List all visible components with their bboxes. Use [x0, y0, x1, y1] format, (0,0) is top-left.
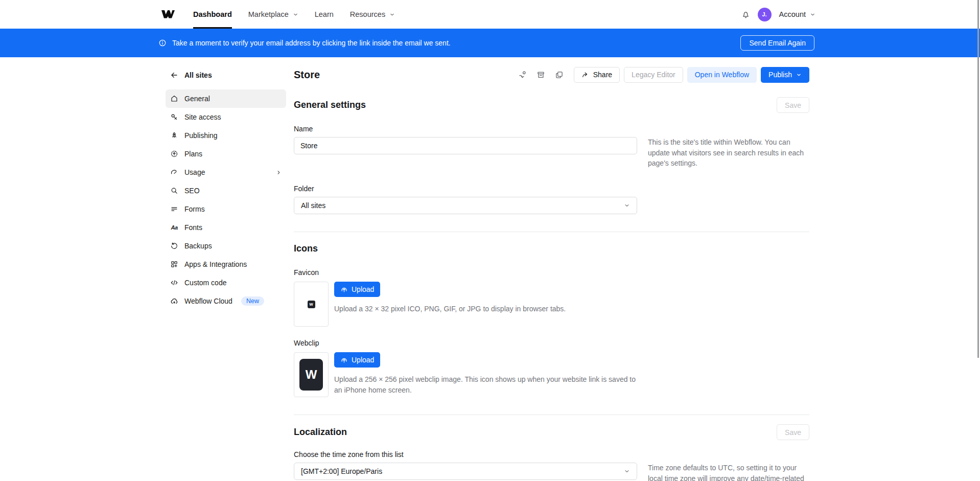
nav-tab-dashboard[interactable]: Dashboard [185, 0, 240, 29]
general-settings-header: General settings Save [294, 97, 809, 113]
transfer-site-icon[interactable] [516, 67, 530, 82]
legacy-editor-button[interactable]: Legacy Editor [624, 67, 683, 83]
sidebar-item-forms[interactable]: Forms [166, 200, 286, 218]
sidebar-item-label: Apps & Integrations [184, 260, 247, 268]
chevron-right-icon [276, 170, 282, 175]
nav-tab-label: Learn [315, 10, 334, 18]
sidebar-item-label: Webflow Cloud [184, 297, 232, 305]
sidebar-item-label: Usage [184, 168, 205, 176]
top-nav: Dashboard Marketplace Learn Resources J.… [0, 0, 980, 29]
user-avatar[interactable]: J. [758, 8, 772, 21]
folder-select[interactable]: All sites [294, 197, 637, 214]
timezone-value: [GMT+2:00] Europe/Paris [301, 467, 382, 475]
banner-message: Take a moment to verify your email addre… [172, 39, 451, 47]
sidebar-item-site-access[interactable]: Site access [166, 108, 286, 126]
duplicate-site-icon[interactable] [552, 67, 567, 82]
gauge-icon [170, 168, 178, 176]
section-heading: Localization [294, 427, 347, 438]
site-name-input[interactable] [294, 137, 637, 154]
section-divider [294, 232, 809, 232]
webclip-upload-button[interactable]: Upload [334, 352, 380, 368]
page-body: All sites General Site access Publishing… [0, 57, 980, 481]
favicon-preview[interactable]: w [294, 282, 329, 327]
webclip-help-text: Upload a 256 × 256 pixel webclip image. … [334, 374, 641, 395]
nav-tab-label: Dashboard [193, 10, 232, 18]
Aa-icon: Aa [170, 223, 178, 232]
nav-tab-resources[interactable]: Resources [342, 0, 403, 29]
sidebar-item-general[interactable]: General [166, 89, 286, 108]
apps-grid-icon [170, 260, 178, 268]
back-to-all-sites[interactable]: All sites [166, 68, 286, 82]
archive-site-icon[interactable] [534, 67, 548, 82]
chevron-down-icon [293, 12, 298, 17]
chevron-down-icon [796, 72, 802, 78]
sidebar-item-label: Backups [184, 242, 212, 250]
account-menu[interactable]: Account [779, 10, 815, 18]
favicon-image: w [308, 301, 315, 308]
nav-tab-learn[interactable]: Learn [307, 0, 342, 29]
sidebar-item-fonts[interactable]: Aa Fonts [166, 218, 286, 237]
sidebar-item-usage[interactable]: Usage [166, 163, 286, 181]
share-label: Share [593, 71, 612, 79]
sidebar-item-webflow-cloud[interactable]: Webflow Cloud New [166, 292, 286, 310]
share-arrow-icon [581, 71, 589, 79]
share-button[interactable]: Share [574, 67, 620, 83]
sidebar-item-label: Fonts [184, 223, 202, 232]
sidebar-item-label: Plans [184, 150, 202, 158]
section-divider [294, 415, 809, 415]
page-title: Store [294, 69, 320, 81]
folder-label: Folder [294, 185, 809, 193]
notifications-bell-icon[interactable] [741, 10, 750, 19]
chevron-down-icon [624, 468, 630, 474]
new-badge: New [241, 296, 264, 306]
sidebar-item-label: SEO [184, 187, 200, 195]
nav-tab-label: Resources [350, 10, 385, 18]
nav-tabs: Dashboard Marketplace Learn Resources [185, 0, 403, 29]
open-in-webflow-button[interactable]: Open in Webflow [687, 67, 757, 83]
favicon-help-text: Upload a 32 × 32 pixel ICO, PNG, GIF, or… [334, 304, 566, 314]
send-email-again-button[interactable]: Send Email Again [740, 35, 814, 51]
icons-heading: Icons [294, 243, 809, 254]
nav-tab-label: Marketplace [248, 10, 289, 18]
localization-header: Localization Save [294, 424, 809, 440]
back-label: All sites [184, 71, 212, 79]
sidebar-item-label: Forms [184, 205, 205, 213]
sidebar-item-plans[interactable]: Plans [166, 145, 286, 163]
sidebar-item-backups[interactable]: Backups [166, 237, 286, 255]
nav-right-group: J. Account [741, 8, 815, 21]
save-button[interactable]: Save [777, 97, 809, 113]
upload-label: Upload [352, 356, 374, 364]
chevron-down-icon [810, 12, 815, 17]
chevron-down-icon [624, 202, 630, 209]
search-icon [170, 187, 178, 195]
folder-value: All sites [301, 201, 325, 210]
sidebar-item-seo[interactable]: SEO [166, 181, 286, 200]
name-label: Name [294, 125, 809, 133]
settings-sidebar: All sites General Site access Publishing… [166, 57, 286, 310]
sidebar-item-apps-integrations[interactable]: Apps & Integrations [166, 255, 286, 273]
code-icon [170, 279, 178, 287]
key-icon [170, 113, 178, 121]
email-verification-banner: Take a moment to verify your email addre… [0, 29, 980, 57]
webflow-logo-icon[interactable] [161, 10, 175, 18]
favicon-label: Favicon [294, 268, 809, 277]
timezone-select[interactable]: [GMT+2:00] Europe/Paris [294, 463, 637, 480]
webclip-image: W [299, 359, 323, 391]
publish-button[interactable]: Publish [761, 67, 809, 83]
save-button[interactable]: Save [777, 424, 809, 440]
lines-icon [170, 205, 178, 213]
site-header: Store Share Legacy Editor Open in Webflo… [294, 66, 809, 83]
timezone-label: Choose the time zone from this list [294, 450, 809, 459]
webclip-preview[interactable]: W [294, 352, 329, 397]
nav-tab-marketplace[interactable]: Marketplace [240, 0, 307, 29]
favicon-upload-button[interactable]: Upload [334, 282, 380, 297]
upgrade-circle-icon [170, 150, 178, 158]
rocket-icon [170, 131, 178, 140]
upload-cloud-icon [340, 286, 348, 293]
sidebar-item-label: Site access [184, 113, 221, 121]
sidebar-item-publishing[interactable]: Publishing [166, 126, 286, 145]
info-icon [158, 39, 167, 47]
vertical-scrollbar[interactable] [977, 0, 979, 358]
sidebar-item-custom-code[interactable]: Custom code [166, 273, 286, 292]
timezone-help-text: Time zone defaults to UTC, so setting it… [648, 463, 809, 481]
